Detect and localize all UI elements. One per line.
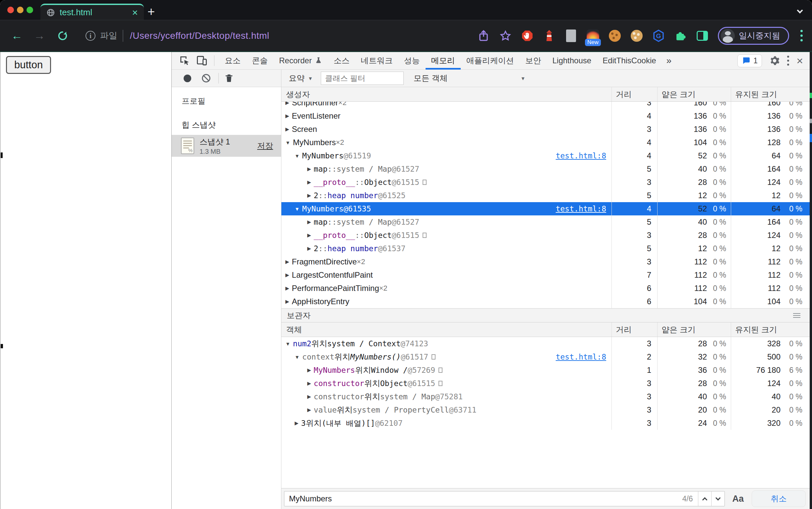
retainers-table[interactable]: ▼num2 위치 system / Context @741233280 %32… (281, 337, 810, 430)
column-shallow-size[interactable]: 얕은 크기 (657, 323, 731, 337)
more-tabs-button[interactable]: » (662, 55, 676, 66)
back-button[interactable]: ← (11, 29, 23, 42)
clear-icon[interactable] (201, 73, 211, 83)
expand-arrow-icon[interactable]: ▶ (307, 219, 311, 225)
minimize-window-button[interactable] (17, 7, 24, 13)
expand-arrow-icon[interactable]: ▶ (285, 299, 289, 305)
address-bar-url[interactable]: /Users/yceffort/Desktop/test.html (130, 31, 269, 41)
forward-button[interactable]: → (34, 29, 45, 42)
site-info-icon[interactable]: i (86, 31, 96, 41)
expand-arrow-icon[interactable]: ▶ (285, 113, 289, 119)
devtools-tab-Recorder[interactable]: Recorder (273, 52, 328, 70)
table-row[interactable]: ▶__proto__ :: Object @615153280 %1240 % (281, 176, 810, 189)
expand-arrow-icon[interactable]: ▶ (307, 367, 311, 373)
devtools-menu-kebab-icon[interactable] (787, 56, 789, 66)
save-snapshot-link[interactable]: 저장 (257, 140, 273, 151)
devtools-tab-네트워크[interactable]: 네트워크 (355, 52, 398, 70)
collapse-arrow-icon[interactable]: ▼ (295, 206, 300, 212)
expand-arrow-icon[interactable]: ▶ (285, 126, 289, 132)
table-row[interactable]: ▶constructor 위치 Object @615153280 %1240 … (281, 377, 810, 390)
table-row[interactable]: ▼MyNumbers @61519test.html:84520 %640 % (281, 149, 810, 162)
table-row[interactable]: ▼MyNumbers @61535test.html:84520 %640 % (281, 202, 810, 215)
constructors-header[interactable]: 생성자 거리 얕은 크기 유지된 크기 (281, 87, 810, 102)
collapse-arrow-icon[interactable]: ▼ (295, 354, 300, 360)
devtools-tab-소스[interactable]: 소스 (328, 52, 355, 70)
retainers-menu-icon[interactable] (793, 313, 804, 318)
collapse-arrow-icon[interactable]: ▼ (285, 140, 290, 145)
devtools-tab-요소[interactable]: 요소 (219, 52, 246, 70)
table-row[interactable]: ▶AppHistoryEntry61040 %1040 % (281, 295, 810, 308)
devtools-tab-보안[interactable]: 보안 (520, 52, 547, 70)
expand-arrow-icon[interactable]: ▶ (307, 166, 311, 172)
table-row[interactable]: ▼MyNumbers ×241040 %1280 % (281, 136, 810, 149)
source-location-link[interactable]: test.html:8 (556, 204, 611, 213)
column-retained-size[interactable]: 유지된 크기 (731, 323, 810, 337)
column-shallow-size[interactable]: 얕은 크기 (657, 87, 731, 101)
tab-search-chevron-icon[interactable] (798, 8, 802, 14)
table-row[interactable]: ▶map :: system / Map @615275400 %1640 % (281, 162, 810, 176)
issues-chip[interactable]: 1 (737, 54, 762, 67)
side-panel-icon[interactable] (696, 30, 709, 42)
device-toolbar-icon[interactable] (196, 55, 207, 66)
new-badge-icon[interactable]: New (587, 30, 599, 42)
expand-arrow-icon[interactable]: ▶ (307, 179, 311, 185)
table-row[interactable]: ▶3 위치 (내부 배열)[] @621073240 %3200 % (281, 416, 810, 430)
settings-gear-icon[interactable] (769, 55, 780, 66)
search-input[interactable]: MyNumbers 4/6 (284, 491, 725, 506)
table-row[interactable]: ▶EventListener41360 %1360 % (281, 109, 810, 123)
devtools-tab-Lighthouse[interactable]: Lighthouse (547, 52, 597, 70)
expand-arrow-icon[interactable]: ▶ (307, 380, 311, 386)
constructors-table[interactable]: ▶ScriptRunner ×231600 %1600 %▶EventListe… (281, 102, 810, 308)
devtools-close-icon[interactable]: × (797, 55, 803, 66)
devtools-tab-성능[interactable]: 성능 (398, 52, 426, 70)
stop-hand-icon[interactable] (521, 30, 534, 42)
table-row[interactable]: ▶2 :: heap number @615255120 %120 % (281, 189, 810, 202)
search-value[interactable]: MyNumbers (284, 491, 682, 506)
devtools-tab-EditThisCookie[interactable]: EditThisCookie (597, 52, 662, 70)
profile-chip[interactable]: 일시중지됨 (718, 27, 789, 45)
hexagon-g-icon[interactable]: G (652, 30, 665, 42)
expand-arrow-icon[interactable]: ▶ (285, 102, 289, 106)
close-window-button[interactable] (7, 7, 14, 13)
share-icon[interactable] (477, 30, 490, 42)
expand-arrow-icon[interactable]: ▶ (307, 245, 311, 251)
reload-icon[interactable] (57, 30, 68, 41)
table-row[interactable]: ▶ScriptRunner ×231600 %1600 % (281, 102, 810, 109)
table-row[interactable]: ▶2 :: heap number @615375120 %120 % (281, 242, 810, 255)
devtools-tab-메모리[interactable]: 메모리 (426, 52, 461, 70)
column-distance[interactable]: 거리 (611, 87, 657, 101)
table-row[interactable]: ▼num2 위치 system / Context @741233280 %32… (281, 337, 810, 350)
cookie-icon[interactable] (609, 30, 621, 42)
expand-arrow-icon[interactable]: ▶ (285, 272, 289, 278)
expand-arrow-icon[interactable]: ▶ (285, 285, 289, 291)
puzzle-extension-icon[interactable] (674, 30, 687, 42)
lighthouse-red-icon[interactable] (543, 30, 555, 42)
devtools-tab-애플리케이션[interactable]: 애플리케이션 (461, 52, 520, 70)
close-tab-icon[interactable]: × (132, 8, 138, 18)
source-location-link[interactable]: test.html:8 (556, 352, 611, 361)
browser-tab[interactable]: test.html × (40, 4, 144, 20)
page-button[interactable]: button (6, 56, 51, 74)
view-mode-dropdown[interactable]: 요약 ▼ (289, 73, 313, 83)
class-filter-input[interactable] (321, 72, 404, 85)
collapse-arrow-icon[interactable]: ▼ (295, 153, 300, 159)
table-row[interactable]: ▶constructor 위치 system / Map @752813400 … (281, 390, 810, 403)
maximize-window-button[interactable] (27, 7, 33, 13)
collapse-arrow-icon[interactable]: ▼ (285, 341, 290, 347)
table-row[interactable]: ▼context 위치 MyNumbers() @61517test.html:… (281, 350, 810, 364)
browser-menu-kebab-icon[interactable] (799, 30, 805, 41)
record-heap-icon[interactable] (183, 74, 191, 82)
column-distance[interactable]: 거리 (611, 323, 657, 337)
all-objects-dropdown[interactable]: 모든 객체 (414, 73, 448, 83)
delete-profiles-trash-icon[interactable] (224, 73, 234, 83)
table-row[interactable]: ▶MyNumbers 위치 Window / @572691360 %76 18… (281, 364, 810, 377)
expand-arrow-icon[interactable]: ▶ (307, 232, 311, 238)
table-row[interactable]: ▶__proto__ :: Object @615153280 %1240 % (281, 229, 810, 242)
table-row[interactable]: ▶Screen31360 %1360 % (281, 123, 810, 136)
cancel-search-button[interactable]: 취소 (752, 490, 806, 507)
column-object[interactable]: 객체 (281, 323, 611, 337)
table-row[interactable]: ▶PerformancePaintTiming ×261120 %1120 % (281, 282, 810, 295)
column-constructor[interactable]: 생성자 (281, 87, 611, 101)
table-row[interactable]: ▶LargestContentfulPaint71120 %1120 % (281, 268, 810, 282)
table-row[interactable]: ▶FragmentDirective ×231120 %1120 % (281, 255, 810, 268)
